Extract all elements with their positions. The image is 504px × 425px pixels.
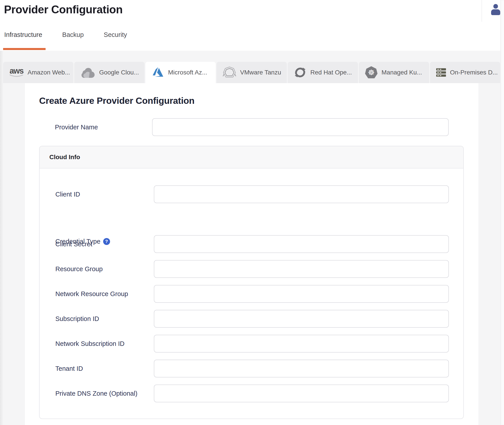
provider-tab-onprem[interactable]: On-Premises D... — [430, 62, 500, 83]
client-secret-label: Client Secret — [55, 240, 92, 248]
provider-tab-label: Microsoft Az... — [168, 69, 207, 76]
provider-name-label: Provider Name — [55, 124, 98, 131]
resource-group-label: Resource Group — [55, 266, 103, 273]
user-profile-icon[interactable] — [491, 4, 501, 15]
kubernetes-wheel-glyph: ☸ — [368, 68, 375, 77]
on-premises-icon — [436, 68, 446, 77]
provider-tab-azure[interactable]: Microsoft Az... — [146, 62, 216, 83]
tab-backup[interactable]: Backup — [62, 31, 84, 39]
client-id-input[interactable] — [154, 185, 449, 203]
provider-tab-label: Red Hat Ope... — [310, 69, 352, 76]
help-icon[interactable]: ? — [103, 238, 110, 245]
vmware-tanzu-icon — [223, 66, 236, 79]
provider-tab-aws[interactable]: aws Amazon Web... — [3, 62, 73, 83]
tab-security[interactable]: Security — [104, 31, 127, 39]
openshift-icon — [294, 66, 306, 79]
tab-infrastructure[interactable]: Infrastructure — [4, 31, 42, 39]
form-heading: Create Azure Provider Configuration — [39, 96, 194, 106]
top-nav: Infrastructure Backup Security — [4, 31, 147, 39]
provider-tab-vmware-tanzu[interactable]: VMware Tanzu — [217, 62, 287, 83]
resource-group-input[interactable] — [154, 260, 449, 278]
subscription-id-label: Subscription ID — [55, 315, 99, 323]
aws-icon: aws — [9, 67, 24, 78]
user-icon-head — [493, 4, 498, 9]
client-secret-input[interactable] — [154, 235, 449, 253]
provider-tab-gcp[interactable]: Google Clou... — [74, 62, 145, 83]
google-cloud-icon — [80, 67, 95, 78]
cloud-info-header: Cloud Info — [40, 146, 463, 168]
app-header: Provider Configuration Infrastructure Ba… — [0, 0, 504, 51]
azure-provider-form: Create Azure Provider Configuration Prov… — [25, 83, 478, 425]
user-icon-body — [491, 9, 500, 15]
network-subscription-id-label: Network Subscription ID — [55, 340, 125, 347]
provider-tab-label: Managed Ku... — [382, 69, 422, 76]
provider-tab-strip: aws Amazon Web... Google Clou... Micro — [3, 62, 500, 83]
header-divider — [482, 0, 482, 22]
provider-tab-kubernetes[interactable]: ☸ Managed Ku... — [359, 62, 429, 83]
provider-tab-label: On-Premises D... — [450, 69, 498, 76]
provider-tab-label: VMware Tanzu — [240, 69, 281, 76]
private-dns-zone-label: Private DNS Zone (Optional) — [55, 390, 137, 397]
network-resource-group-label: Network Resource Group — [55, 290, 128, 298]
active-tab-underline — [3, 48, 46, 50]
client-id-label: Client ID — [55, 191, 80, 198]
tenant-id-label: Tenant ID — [55, 365, 83, 372]
cloud-info-title: Cloud Info — [49, 154, 80, 161]
network-subscription-id-input[interactable] — [154, 335, 449, 352]
tenant-id-input[interactable] — [154, 360, 449, 378]
network-resource-group-input[interactable] — [154, 285, 449, 303]
left-edge-shadow — [0, 51, 4, 425]
scrollbar-track[interactable] — [500, 0, 504, 425]
azure-icon — [152, 67, 164, 78]
subscription-id-input[interactable] — [154, 310, 449, 328]
provider-tab-label: Google Clou... — [99, 69, 139, 76]
provider-name-input[interactable] — [152, 118, 449, 136]
page-title: Provider Configuration — [4, 3, 122, 16]
provider-tab-label: Amazon Web... — [27, 69, 70, 76]
cloud-info-panel: Cloud Info Client ID Credential Type ? S… — [39, 146, 464, 419]
private-dns-zone-input[interactable] — [154, 385, 449, 402]
kubernetes-icon: ☸ — [365, 66, 378, 79]
provider-tab-openshift[interactable]: Red Hat Ope... — [288, 62, 358, 83]
